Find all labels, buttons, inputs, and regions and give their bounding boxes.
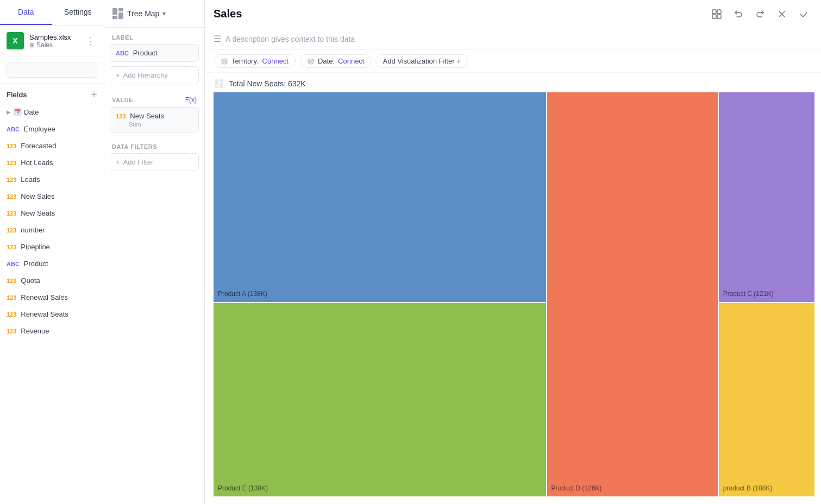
svg-rect-13 [215, 86, 218, 88]
tab-data[interactable]: Data [0, 0, 52, 25]
search-input[interactable] [7, 62, 97, 78]
field-list: ▶ 📅 Date ABC Employee 123 Forecasted 123… [0, 103, 104, 504]
territory-filter-chip[interactable]: Territory: Connect [214, 54, 296, 68]
value-newseats-chip[interactable]: 123 New Seats Sum [110, 107, 199, 133]
file-icon: X [7, 32, 24, 49]
field-name: Product [133, 49, 158, 57]
treemap-cell-product-b[interactable]: product B (108K) [719, 303, 814, 496]
treemap-cell-label: product B (108K) [723, 484, 773, 492]
field-type-num: 123 [7, 160, 16, 166]
field-item-date[interactable]: ▶ 📅 Date [0, 103, 104, 121]
date-connect-link[interactable]: Connect [338, 57, 364, 65]
file-sheet: ⊞ Sales [29, 41, 78, 49]
undo-icon [733, 9, 744, 20]
chart-type-label: Tree Map [127, 9, 159, 18]
field-type-num: 123 [7, 210, 16, 217]
treemap-cell-product-d[interactable]: Product D (126K) [547, 92, 718, 496]
total-text: Total New Seats: 632K [229, 79, 306, 88]
filter-icon [221, 58, 228, 65]
chart-type-selector[interactable]: Tree Map ▾ [104, 0, 204, 28]
label-product-chip[interactable]: ABC Product [110, 44, 199, 62]
field-type-abc: ABC [7, 126, 20, 133]
total-icon-wrapper [214, 78, 224, 89]
date-filter-chip[interactable]: Date: Connect [300, 54, 372, 68]
table-icon: ⊞ [29, 41, 35, 49]
calendar-icon: 📅 [13, 108, 22, 116]
add-filter-label-text: Add Visualization Filter [383, 57, 454, 65]
svg-rect-5 [717, 10, 721, 14]
field-item-employee[interactable]: ABC Employee [0, 121, 104, 137]
field-type-num: 123 [7, 143, 16, 149]
chevron-down-icon: ▾ [162, 10, 166, 17]
svg-rect-6 [712, 15, 716, 18]
undo-button[interactable] [730, 5, 747, 23]
add-field-button[interactable]: + [91, 89, 97, 100]
field-item-hotleads[interactable]: 123 Hot Leads [0, 154, 104, 171]
field-type-num: 123 [7, 177, 16, 183]
field-name: Quota [21, 276, 40, 285]
territory-label: Territory: [231, 57, 259, 65]
field-item-newseats[interactable]: 123 New Seats [0, 205, 104, 222]
fx-button[interactable]: F(x) [185, 96, 197, 104]
field-item-leads[interactable]: 123 Leads [0, 171, 104, 188]
field-name: New Seats [21, 209, 55, 217]
svg-rect-12 [220, 83, 223, 88]
field-name: Renewal Seats [21, 310, 68, 318]
close-button[interactable] [773, 5, 791, 23]
field-item-revenue[interactable]: 123 Revenue [0, 323, 104, 339]
main-panel: Sales [205, 0, 821, 504]
more-options-icon[interactable]: ⋮ [83, 33, 97, 49]
svg-rect-10 [215, 79, 218, 85]
fields-label: Fields [7, 91, 27, 99]
field-type-num: 123 [7, 278, 16, 284]
hamburger-icon: ☰ [214, 34, 221, 44]
territory-connect-link[interactable]: Connect [262, 57, 289, 65]
value-chip-top: 123 New Seats [116, 112, 193, 120]
treemap-visualization: Product A (138K) Product D (126K) Produc… [214, 92, 812, 495]
grid-icon [711, 9, 722, 20]
file-info: Samples.xlsx ⊞ Sales [29, 33, 78, 49]
field-item-pipepline[interactable]: 123 Pipepline [0, 238, 104, 255]
treemap-cell-product-e[interactable]: Product E (138K) [214, 303, 546, 496]
treemap-container: Product A (138K) Product D (126K) Produc… [205, 92, 821, 504]
add-hierarchy-button[interactable]: + Add Hierarchy [110, 66, 199, 84]
tab-bar: Data Settings [0, 0, 104, 26]
date-label: Date: [318, 57, 335, 65]
grid-view-button[interactable] [708, 5, 725, 23]
plus-icon: + [116, 71, 120, 79]
field-item-forecasted[interactable]: 123 Forecasted [0, 137, 104, 154]
field-item-product[interactable]: ABC Product [0, 255, 104, 272]
field-item-renewalsales[interactable]: 123 Renewal Sales [0, 289, 104, 306]
main-header: Sales [205, 0, 821, 28]
field-type-num: 123 [7, 311, 16, 318]
field-type-num: 123 [7, 227, 16, 234]
close-icon [776, 9, 787, 20]
plus-icon: + [116, 158, 120, 166]
field-name: New Seats [130, 112, 164, 120]
field-item-number[interactable]: 123 number [0, 222, 104, 238]
add-filter-button[interactable]: + Add Filter [110, 153, 199, 171]
field-type-num: 123 [7, 244, 16, 250]
data-filters-section: + Add Filter [104, 153, 204, 171]
search-box: 🔍 [0, 56, 104, 84]
mid-panel: Tree Map ▾ LABEL ABC Product + Add Hiera… [104, 0, 205, 504]
redo-button[interactable] [751, 5, 769, 23]
treemap-cell-label: Product E (138K) [218, 484, 268, 492]
value-section-header: VALUE F(x) [104, 91, 204, 107]
add-filter-label: Add Filter [123, 158, 154, 166]
search-wrapper: 🔍 [7, 62, 97, 78]
treemap-cell-product-c[interactable]: Product C (121K) [719, 92, 814, 302]
treemap-cell-product-a[interactable]: Product A (138K) [214, 92, 546, 302]
file-row: X Samples.xlsx ⊞ Sales ⋮ [0, 26, 104, 56]
field-name: Date [24, 108, 39, 116]
confirm-button[interactable] [795, 5, 812, 23]
plus-icon: + [456, 57, 461, 65]
add-visualization-filter-button[interactable]: Add Visualization Filter + [375, 54, 468, 68]
data-filters-title: DATA FILTERS [104, 137, 204, 153]
field-item-quota[interactable]: 123 Quota [0, 272, 104, 289]
tab-settings[interactable]: Settings [52, 0, 104, 25]
field-item-renewalseats[interactable]: 123 Renewal Seats [0, 306, 104, 323]
field-item-newsales[interactable]: 123 New Sales [0, 188, 104, 205]
field-name: Product [24, 260, 48, 268]
header-icons [708, 5, 812, 23]
